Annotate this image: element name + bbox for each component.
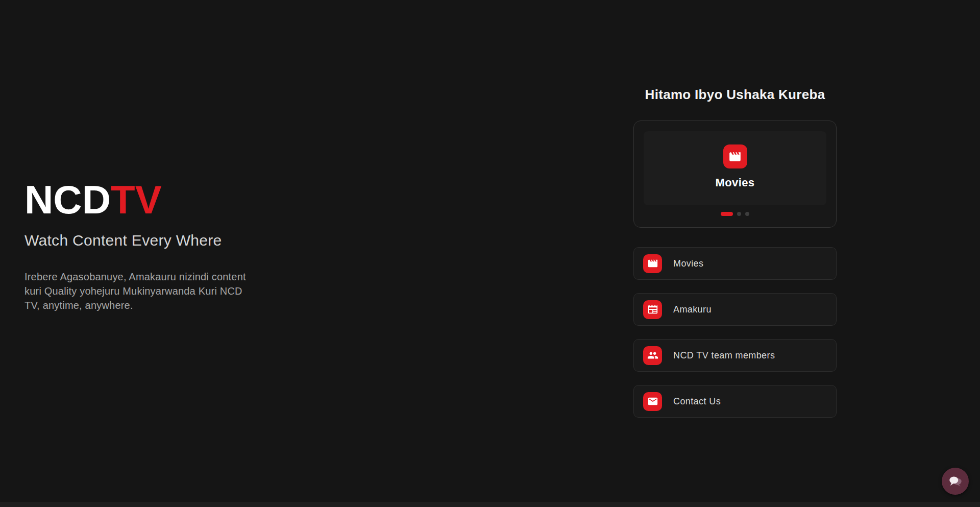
newspaper-icon	[643, 300, 662, 319]
chooser-menu: Movies Amakuru NCD TV team members Conta…	[633, 247, 837, 418]
email-icon	[643, 392, 662, 411]
content-chooser: Hitamo Ibyo Ushaka Kureba Movies Movies …	[633, 87, 837, 431]
brand-logo: NCDTV	[24, 180, 270, 220]
hero-description: Irebere Agasobanuye, Amakauru nizindi co…	[24, 270, 255, 312]
menu-item-contact-us[interactable]: Contact Us	[633, 385, 837, 418]
menu-item-label: Amakuru	[673, 304, 712, 315]
people-icon	[643, 346, 662, 365]
carousel-card: Movies	[633, 120, 837, 228]
carousel-dot-1[interactable]	[721, 212, 733, 216]
menu-item-amakuru[interactable]: Amakuru	[633, 293, 837, 326]
menu-item-label: NCD TV team members	[673, 350, 775, 361]
chooser-heading: Hitamo Ibyo Ushaka Kureba	[633, 87, 837, 103]
menu-item-movies[interactable]: Movies	[633, 247, 837, 280]
brand-logo-ncd: NCD	[24, 177, 111, 222]
menu-item-label: Contact Us	[673, 396, 721, 407]
brand-logo-tv: TV	[111, 177, 162, 222]
footer-strip	[0, 502, 980, 507]
tagline: Watch Content Every Where	[24, 232, 270, 249]
movie-icon	[643, 254, 662, 273]
carousel-slide-movies[interactable]: Movies	[644, 131, 826, 205]
menu-item-label: Movies	[673, 258, 703, 269]
menu-item-team-members[interactable]: NCD TV team members	[633, 339, 837, 372]
hero-section: NCDTV Watch Content Every Where Irebere …	[24, 180, 270, 312]
carousel-dot-2[interactable]	[737, 212, 741, 216]
carousel-pagination	[634, 212, 836, 216]
carousel-slide-label: Movies	[716, 176, 755, 189]
chat-bubbles-icon	[947, 473, 964, 490]
chat-widget-button[interactable]	[942, 468, 969, 495]
carousel-dot-3[interactable]	[745, 212, 749, 216]
movie-icon	[723, 144, 747, 168]
